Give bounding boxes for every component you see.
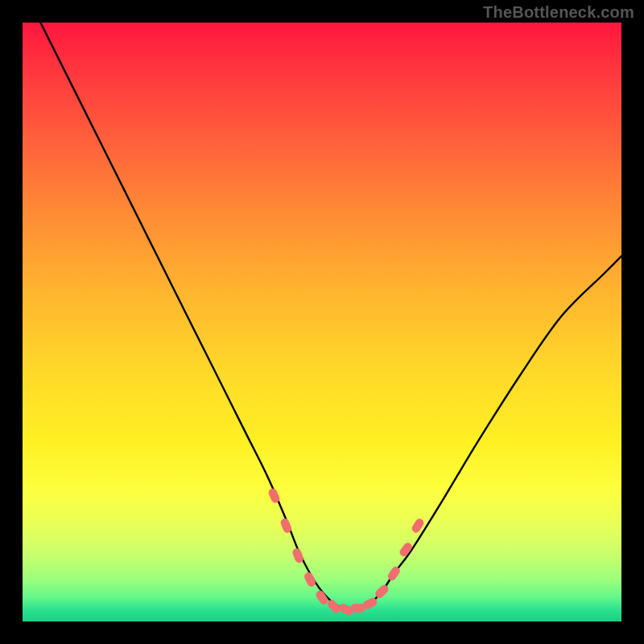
plot-area: [23, 23, 621, 621]
chart-stage: TheBottleneck.com: [0, 0, 644, 644]
watermark-text: TheBottleneck.com: [483, 3, 634, 22]
bottleneck-curve: [40, 23, 621, 610]
curve-layer: [23, 23, 621, 621]
marker-cluster: [267, 488, 425, 617]
curve-marker: [303, 572, 317, 588]
